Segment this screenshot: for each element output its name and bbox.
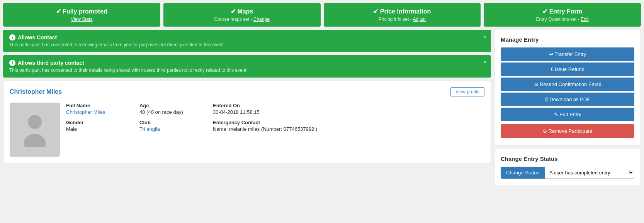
card-entry-form-title: ✔ Entry Form <box>490 8 635 15</box>
change-status-row: Change Status A user has completed entry… <box>501 167 634 179</box>
gender-label: Gender <box>66 120 124 125</box>
view-stats-link[interactable]: View Stats <box>71 17 92 22</box>
issue-refund-button[interactable]: £ Issue Refund <box>501 63 634 76</box>
detail-col-3: Entered On 30-04-2018 11:58:15 Emergency… <box>213 103 317 157</box>
resend-confirmation-button[interactable]: ✉ Resend Confirmation Email <box>501 78 634 91</box>
card-entry-form: ✔ Entry Form Entry Questions set - Edit <box>484 3 641 27</box>
allows-contact-alert: i Allows Contact This participant has co… <box>3 30 491 52</box>
change-status-button[interactable]: Change Status <box>501 167 545 179</box>
status-select[interactable]: A user has completed entry Pending Cance… <box>545 167 634 179</box>
participant-name: Christopher Miles <box>10 88 62 95</box>
checkmark-icon: ✔ <box>373 8 378 15</box>
manage-entry-title: Manage Entry <box>501 36 634 43</box>
right-panel: Manage Entry ⇌ Transfer Entry £ Issue Re… <box>494 30 641 185</box>
participant-details: Full Name Christopher Miles Gender Male … <box>66 103 484 157</box>
allows-contact-title: i Allows Contact <box>9 34 485 41</box>
left-panel: i Allows Contact This participant has co… <box>3 30 491 185</box>
participant-header: Christopher Miles View profile <box>10 87 484 96</box>
allows-third-party-alert: i Allows third party contact This partic… <box>3 55 491 78</box>
emergency-contact-value: Name: melanie miles (Number: 07746537992… <box>213 126 317 132</box>
card-price-subtitle: Pricing info set - Adjust <box>330 17 475 22</box>
gender-value: Male <box>66 126 124 132</box>
card-fully-promoted-subtitle: View Stats <box>9 17 154 22</box>
age-label: Age <box>139 103 197 108</box>
detail-col-1: Full Name Christopher Miles Gender Male <box>66 103 124 157</box>
view-profile-button[interactable]: View profile <box>450 87 484 96</box>
checkmark-icon: ✔ <box>56 8 61 15</box>
svg-point-0 <box>28 115 42 129</box>
entered-on-value: 30-04-2018 11:58:15 <box>213 109 317 115</box>
download-pdf-button[interactable]: ⎙ Download as PDF <box>501 93 634 106</box>
card-price-information: ✔ Price Information Pricing info set - A… <box>324 3 481 27</box>
card-maps-title: ✔ Maps <box>170 8 314 15</box>
remove-participant-button[interactable]: ⊖ Remove Participant <box>501 124 634 138</box>
checkmark-icon: ✔ <box>542 8 547 15</box>
svg-point-1 <box>24 134 46 147</box>
info-icon: i <box>9 34 15 41</box>
entered-on-label: Entered On <box>213 103 317 108</box>
detail-col-2: Age 40 (40 on race day) Club Tri anglia <box>139 103 197 157</box>
participant-card: Christopher Miles View profile Full Name <box>3 81 491 163</box>
checkmark-icon: ✔ <box>231 8 236 15</box>
club-label: Club <box>139 120 197 125</box>
emergency-contact-label: Emergency Contact <box>213 120 317 125</box>
age-value: 40 (40 on race day) <box>139 109 197 115</box>
card-maps-subtitle: Course maps set - Change <box>170 17 314 22</box>
avatar <box>10 103 60 157</box>
main-content: i Allows Contact This participant has co… <box>0 30 644 188</box>
allows-contact-body: This participant has consented to receiv… <box>9 42 485 47</box>
close-allows-contact-button[interactable]: × <box>483 34 486 40</box>
change-status-box: Change Entry Status Change Status A user… <box>494 149 641 185</box>
info-icon-2: i <box>9 60 15 66</box>
top-cards-row: ✔ Fully promoted View Stats ✔ Maps Cours… <box>0 0 644 30</box>
change-status-title: Change Entry Status <box>501 155 634 162</box>
edit-entry-button[interactable]: ✎ Edit Entry <box>501 108 634 121</box>
manage-entry-box: Manage Entry ⇌ Transfer Entry £ Issue Re… <box>494 30 641 146</box>
transfer-entry-button[interactable]: ⇌ Transfer Entry <box>501 47 634 61</box>
adjust-price-link[interactable]: Adjust <box>413 17 426 22</box>
card-fully-promoted: ✔ Fully promoted View Stats <box>3 3 160 27</box>
card-price-title: ✔ Price Information <box>330 8 475 15</box>
allows-third-party-title: i Allows third party contact <box>9 60 485 66</box>
card-entry-form-subtitle: Entry Questions set - Edit <box>490 17 635 22</box>
full-name-label: Full Name <box>66 103 124 108</box>
card-maps: ✔ Maps Course maps set - Change <box>163 3 321 27</box>
close-third-party-button[interactable]: × <box>483 59 486 65</box>
card-fully-promoted-title: ✔ Fully promoted <box>9 8 154 15</box>
avatar-image <box>21 112 48 147</box>
participant-body: Full Name Christopher Miles Gender Male … <box>10 103 484 157</box>
change-maps-link[interactable]: Change <box>253 17 270 22</box>
allows-third-party-body: This participant has consented to their … <box>9 68 485 73</box>
club-value: Tri anglia <box>139 126 197 132</box>
full-name-value: Christopher Miles <box>66 109 124 115</box>
edit-entry-form-link[interactable]: Edit <box>581 17 589 22</box>
